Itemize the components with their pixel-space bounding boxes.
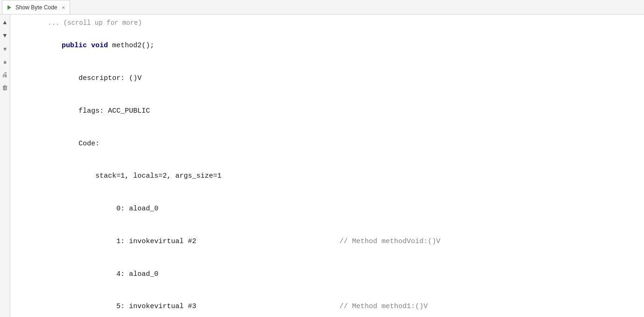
- play-icon: [6, 4, 13, 11]
- code-line: flags: ACC_PUBLIC: [20, 95, 644, 128]
- keyword-public: public: [62, 42, 87, 50]
- sort-asc-button[interactable]: ⇈: [1, 44, 9, 53]
- scroll-down-button[interactable]: ▼: [1, 31, 9, 40]
- left-toolbar: ▲ ▼ ⇈ ⇊ 🖨 🗑: [0, 14, 10, 317]
- main-area: ▲ ▼ ⇈ ⇊ 🖨 🗑 ... (scroll up for more) pub…: [0, 14, 644, 317]
- show-byte-code-tab[interactable]: Show Byte Code ×: [2, 0, 70, 14]
- top-truncated: ... (scroll up for more): [20, 19, 644, 27]
- code-line: descriptor: ()V: [20, 62, 644, 95]
- code-line: Code:: [20, 127, 644, 160]
- code-line: 5: invokevirtual #3 // Method method1:()…: [20, 290, 644, 317]
- code-line: 4: aload_0: [20, 258, 644, 290]
- code-area: ... (scroll up for more) public void met…: [10, 14, 644, 317]
- tab-close-button[interactable]: ×: [62, 5, 64, 10]
- delete-button[interactable]: 🗑: [1, 84, 9, 92]
- print-button[interactable]: 🖨: [1, 71, 9, 79]
- tab-bar: Show Byte Code ×: [0, 0, 644, 14]
- code-line: stack=1, locals=2, args_size=1: [20, 160, 644, 193]
- code-line: 1: invokevirtual #2 // Method methodVoid…: [20, 225, 644, 258]
- tab-label: Show Byte Code: [15, 4, 57, 11]
- code-line: 0: aload_0: [20, 193, 644, 225]
- scroll-up-button[interactable]: ▲: [1, 18, 9, 27]
- sort-desc-button[interactable]: ⇊: [1, 58, 9, 66]
- code-line: public void method2();: [20, 29, 644, 62]
